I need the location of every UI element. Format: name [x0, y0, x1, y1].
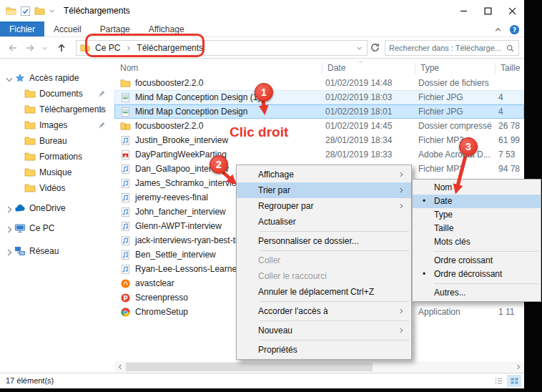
file-size-cell	[498, 76, 523, 90]
context-menu-item-coller-le-raccourci[interactable]: Coller le raccourci	[237, 268, 411, 284]
submenu-arrow-icon	[398, 202, 405, 210]
file-row[interactable]: Mind Map Conception Design01/02/2019 18:…	[114, 104, 524, 119]
location-icon	[80, 43, 90, 53]
context-menu-item-affichage[interactable]: Affichage	[237, 167, 411, 182]
scroll-right-icon[interactable]	[513, 363, 523, 371]
context-menu-item-annuler-le-deplacement[interactable]: Annuler le déplacementCtrl+Z	[237, 284, 411, 300]
sort-submenu-item-label: Type	[434, 210, 453, 220]
file-name: James_Schramko_interview	[135, 176, 242, 190]
sidebar-item-documents[interactable]: Documents	[0, 86, 114, 102]
sort-submenu-separator	[434, 251, 538, 252]
folder-icon	[24, 135, 36, 147]
context-menu-item-trier-par[interactable]: Trier par	[237, 182, 411, 198]
sidebar-item-onedrive[interactable]: OneDrive	[0, 200, 114, 216]
context-menu: AffichageTrier parRegrouper parActualise…	[236, 165, 412, 360]
sidebar-item-label: Documents	[39, 89, 83, 99]
tab-affichage[interactable]: Affichage	[139, 21, 194, 36]
maximize-button[interactable]	[476, 0, 500, 21]
pin-icon	[97, 105, 106, 114]
context-menu-item-personnaliser-ce-dossier[interactable]: Personnaliser ce dossier...	[237, 233, 411, 249]
sidebar-item-musique[interactable]: Musique	[0, 165, 114, 180]
tab-fichier[interactable]: Fichier	[0, 21, 44, 36]
sidebar-item-ce-pc[interactable]: Ce PC	[0, 220, 114, 236]
column-header-date[interactable]: Date	[322, 60, 415, 76]
sort-submenu-item-ordre-decroissant[interactable]: •Ordre décroissant	[413, 268, 541, 281]
sort-submenu-item-nom[interactable]: Nom	[413, 181, 541, 195]
file-row[interactable]: focusbooster2.2.001/02/2019 14:48Dossier…	[114, 76, 524, 90]
search-box[interactable]	[385, 40, 519, 56]
sort-submenu-item-autres[interactable]: Autres...	[413, 286, 541, 300]
context-menu-item-nouveau[interactable]: Nouveau	[237, 323, 411, 338]
minimize-icon	[460, 7, 468, 15]
close-button[interactable]	[500, 0, 524, 21]
context-menu-item-regrouper-par[interactable]: Regrouper par	[237, 198, 411, 214]
tab-partage[interactable]: Partage	[91, 21, 139, 36]
context-menu-item-coller[interactable]: Coller	[237, 253, 411, 268]
sort-submenu-item-ordre-croissant[interactable]: Ordre croissant	[413, 254, 541, 268]
avast-icon	[120, 278, 131, 289]
explorer-app-icon	[6, 6, 16, 16]
chevron-right-icon[interactable]	[4, 248, 14, 255]
search-input[interactable]	[385, 44, 506, 52]
sidebar-item-formations[interactable]: Formations	[0, 149, 114, 165]
refresh-icon[interactable]	[370, 42, 380, 53]
recent-locations-chevron-icon[interactable]	[41, 45, 48, 52]
sidebar-item-reseau[interactable]: Réseau	[0, 243, 114, 259]
sidebar-item-label: Images	[39, 120, 67, 130]
new-folder-icon[interactable]	[34, 6, 45, 16]
column-header-row: Nom Date Type Taille	[114, 60, 524, 76]
address-dropdown-icon[interactable]	[356, 45, 363, 52]
breadcrumb-separator-icon[interactable]	[125, 45, 132, 52]
details-view-button[interactable]	[491, 375, 506, 387]
sidebar-item-label: Vidéos	[39, 183, 65, 193]
scroll-left-icon[interactable]	[115, 363, 125, 371]
context-menu-item-actualiser[interactable]: Actualiser	[237, 214, 411, 230]
file-row[interactable]: Mind Map Conception Design (1)01/02/2019…	[114, 90, 524, 104]
chevron-down-icon[interactable]	[4, 74, 14, 82]
chrome-icon	[120, 307, 131, 318]
sidebar-item-telechargements[interactable]: Téléchargements	[0, 102, 114, 117]
sort-submenu-item-type[interactable]: Type	[413, 208, 541, 222]
breadcrumb-telechargements[interactable]: Téléchargements	[132, 43, 208, 53]
sort-submenu-item-taille[interactable]: Taille	[413, 222, 541, 235]
svg-text:P: P	[123, 294, 127, 301]
file-row[interactable]: focusbooster2.2.001/02/2019 14:45Dossier…	[114, 119, 524, 133]
tab-accueil[interactable]: Accueil	[44, 21, 91, 36]
forward-button[interactable]	[24, 42, 36, 54]
column-divider	[415, 63, 415, 74]
sort-submenu-item-mots-cles[interactable]: Mots clés	[413, 235, 541, 249]
horizontal-scrollbar[interactable]	[114, 361, 524, 373]
file-type-cell: Adobe Acrobat D...	[418, 147, 494, 162]
context-menu-item-proprietes[interactable]: Propriétés	[237, 342, 411, 358]
properties-check-icon[interactable]	[20, 6, 31, 16]
pin-icon	[97, 121, 106, 129]
sidebar-item-videos[interactable]: Vidéos	[0, 180, 114, 196]
up-button[interactable]	[56, 42, 67, 54]
scrollbar-thumb[interactable]	[126, 363, 373, 371]
chevron-right-icon[interactable]	[4, 205, 14, 212]
help-icon[interactable]: ?	[509, 24, 520, 35]
file-size-cell: 61 99	[498, 133, 523, 147]
sidebar-item-acces-rapide[interactable]: Accès rapide	[0, 70, 114, 86]
context-menu-item-accorder-l-acces-a[interactable]: Accorder l'accès à	[237, 303, 411, 319]
collapse-ribbon-icon[interactable]	[493, 25, 503, 34]
chevron-right-icon[interactable]	[4, 225, 14, 232]
sort-submenu-item-label: Ordre croissant	[434, 255, 493, 265]
sidebar-item-images[interactable]: Images	[0, 117, 114, 133]
thumbnails-view-button[interactable]	[507, 375, 521, 387]
sidebar-item-bureau[interactable]: Bureau	[0, 133, 114, 149]
file-date-cell: 28/01/2019 18:33	[325, 147, 413, 162]
column-header-nom[interactable]: Nom	[114, 60, 322, 76]
sidebar-item-label: Musique	[39, 167, 72, 177]
column-header-type[interactable]: Type	[415, 60, 495, 76]
address-bar[interactable]: Ce PC Téléchargements	[76, 40, 368, 56]
svg-text:?: ?	[513, 26, 516, 33]
column-header-taille[interactable]: Taille	[495, 60, 524, 76]
back-button[interactable]	[7, 42, 19, 54]
sort-submenu-item-date[interactable]: •Date	[413, 195, 541, 208]
breadcrumb-ce-pc[interactable]: Ce PC	[90, 43, 125, 53]
sort-indicator-icon	[358, 59, 364, 64]
sort-submenu-item-label: Ordre décroissant	[434, 269, 502, 279]
qat-customize-chevron-icon[interactable]	[49, 8, 55, 14]
minimize-button[interactable]	[451, 0, 476, 21]
